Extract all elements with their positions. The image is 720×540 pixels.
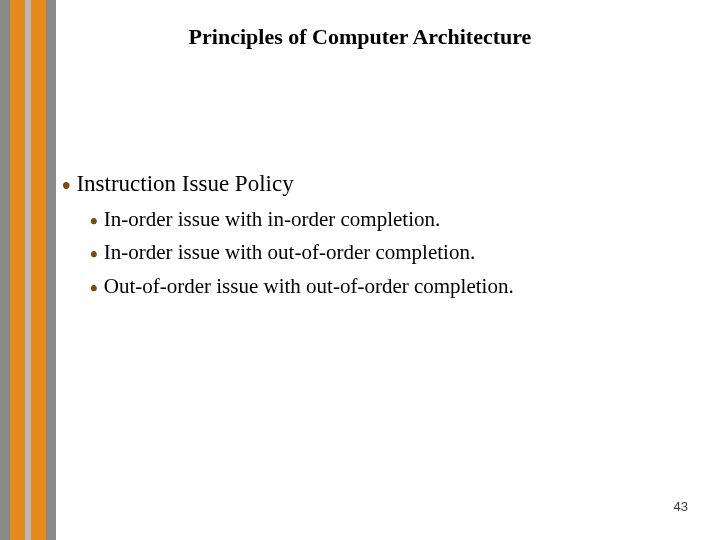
list-item-text: In-order issue with out-of-order complet… (104, 238, 475, 266)
list-item-level2: • In-order issue with in-order completio… (90, 205, 702, 235)
bullet-icon: • (90, 207, 98, 237)
bullet-icon: • (62, 170, 70, 203)
list-item-text: In-order issue with in-order completion. (104, 205, 441, 233)
list-item-level2: • Out-of-order issue with out-of-order c… (90, 272, 702, 302)
slide-content: • Instruction Issue Policy • In-order is… (62, 168, 702, 306)
bullet-icon: • (90, 274, 98, 304)
list-item-level2: • In-order issue with out-of-order compl… (90, 238, 702, 268)
list-item-text: Out-of-order issue with out-of-order com… (104, 272, 514, 300)
bullet-icon: • (90, 240, 98, 270)
page-title: Principles of Computer Architecture (0, 24, 720, 50)
list-item-text: Instruction Issue Policy (76, 168, 293, 199)
page-number: 43 (674, 499, 688, 514)
list-item-level1: • Instruction Issue Policy (62, 168, 702, 201)
side-stripe-grey-front (25, 0, 31, 540)
